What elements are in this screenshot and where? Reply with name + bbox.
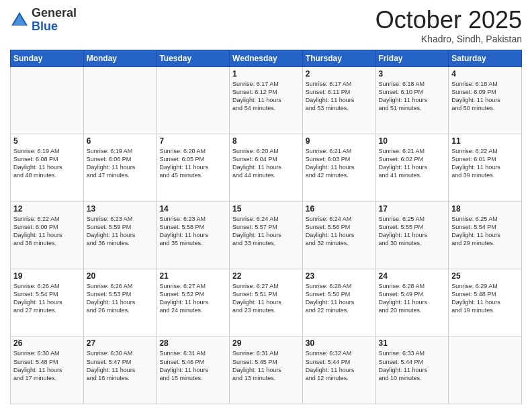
calendar-cell: 28Sunrise: 6:31 AM Sunset: 5:46 PM Dayli… — [157, 336, 230, 404]
day-info: Sunrise: 6:20 AM Sunset: 6:04 PM Dayligh… — [232, 147, 300, 180]
title-block: October 2025 Khadro, Sindh, Pakistan — [375, 7, 522, 44]
day-number: 16 — [306, 204, 373, 214]
day-number: 30 — [306, 338, 373, 348]
logo-blue: Blue — [32, 20, 77, 34]
day-info: Sunrise: 6:26 AM Sunset: 5:54 PM Dayligh… — [13, 282, 81, 315]
calendar-cell — [83, 66, 157, 134]
calendar-week-3: 12Sunrise: 6:22 AM Sunset: 6:00 PM Dayli… — [11, 201, 522, 269]
day-number: 11 — [451, 136, 519, 146]
calendar-cell: 15Sunrise: 6:24 AM Sunset: 5:57 PM Dayli… — [230, 201, 303, 269]
day-info: Sunrise: 6:23 AM Sunset: 5:59 PM Dayligh… — [87, 215, 154, 248]
calendar-week-1: 1Sunrise: 6:17 AM Sunset: 6:12 PM Daylig… — [11, 66, 522, 134]
calendar-cell: 26Sunrise: 6:30 AM Sunset: 5:48 PM Dayli… — [11, 336, 84, 404]
calendar-cell: 14Sunrise: 6:23 AM Sunset: 5:58 PM Dayli… — [157, 201, 230, 269]
calendar-cell: 18Sunrise: 6:25 AM Sunset: 5:54 PM Dayli… — [449, 201, 522, 269]
day-info: Sunrise: 6:31 AM Sunset: 5:45 PM Dayligh… — [232, 349, 300, 382]
weekday-header-row: SundayMondayTuesdayWednesdayThursdayFrid… — [11, 50, 522, 66]
day-number: 24 — [379, 271, 446, 281]
weekday-sunday: Sunday — [11, 50, 84, 66]
day-number: 1 — [232, 69, 300, 79]
day-info: Sunrise: 6:31 AM Sunset: 5:46 PM Dayligh… — [159, 349, 226, 382]
day-info: Sunrise: 6:21 AM Sunset: 6:03 PM Dayligh… — [306, 147, 373, 180]
day-info: Sunrise: 6:22 AM Sunset: 6:01 PM Dayligh… — [451, 147, 519, 180]
day-number: 14 — [159, 204, 226, 214]
header: General Blue October 2025 Khadro, Sindh,… — [10, 7, 522, 44]
day-number: 18 — [451, 204, 519, 214]
weekday-thursday: Thursday — [302, 50, 375, 66]
calendar-cell: 5Sunrise: 6:19 AM Sunset: 6:08 PM Daylig… — [11, 134, 84, 201]
calendar-cell: 31Sunrise: 6:33 AM Sunset: 5:44 PM Dayli… — [375, 336, 449, 404]
day-info: Sunrise: 6:21 AM Sunset: 6:02 PM Dayligh… — [379, 147, 446, 180]
day-number: 10 — [379, 136, 446, 146]
calendar-body: 1Sunrise: 6:17 AM Sunset: 6:12 PM Daylig… — [11, 66, 522, 404]
calendar-cell: 24Sunrise: 6:28 AM Sunset: 5:49 PM Dayli… — [375, 269, 449, 336]
day-number: 8 — [232, 136, 300, 146]
day-info: Sunrise: 6:33 AM Sunset: 5:44 PM Dayligh… — [379, 349, 446, 382]
day-number: 12 — [13, 204, 81, 214]
calendar-cell: 9Sunrise: 6:21 AM Sunset: 6:03 PM Daylig… — [302, 134, 375, 201]
page: General Blue October 2025 Khadro, Sindh,… — [0, 0, 532, 411]
day-number: 26 — [13, 338, 81, 348]
day-number: 31 — [379, 338, 446, 348]
day-info: Sunrise: 6:17 AM Sunset: 6:11 PM Dayligh… — [306, 80, 373, 113]
calendar-cell: 10Sunrise: 6:21 AM Sunset: 6:02 PM Dayli… — [375, 134, 449, 201]
day-info: Sunrise: 6:28 AM Sunset: 5:50 PM Dayligh… — [306, 282, 373, 315]
day-number: 25 — [451, 271, 519, 281]
day-info: Sunrise: 6:24 AM Sunset: 5:56 PM Dayligh… — [306, 215, 373, 248]
calendar-cell: 13Sunrise: 6:23 AM Sunset: 5:59 PM Dayli… — [83, 201, 157, 269]
calendar-cell: 19Sunrise: 6:26 AM Sunset: 5:54 PM Dayli… — [11, 269, 84, 336]
calendar-cell: 11Sunrise: 6:22 AM Sunset: 6:01 PM Dayli… — [449, 134, 522, 201]
day-info: Sunrise: 6:27 AM Sunset: 5:51 PM Dayligh… — [232, 282, 300, 315]
calendar-cell: 4Sunrise: 6:18 AM Sunset: 6:09 PM Daylig… — [449, 66, 522, 134]
day-info: Sunrise: 6:25 AM Sunset: 5:54 PM Dayligh… — [451, 215, 519, 248]
logo-general: General — [32, 7, 77, 20]
day-info: Sunrise: 6:18 AM Sunset: 6:09 PM Dayligh… — [451, 80, 519, 113]
day-number: 23 — [306, 271, 373, 281]
calendar-cell: 22Sunrise: 6:27 AM Sunset: 5:51 PM Dayli… — [230, 269, 303, 336]
calendar-cell: 8Sunrise: 6:20 AM Sunset: 6:04 PM Daylig… — [230, 134, 303, 201]
day-number: 4 — [451, 69, 519, 79]
day-info: Sunrise: 6:23 AM Sunset: 5:58 PM Dayligh… — [159, 215, 226, 248]
weekday-friday: Friday — [375, 50, 449, 66]
day-number: 3 — [379, 69, 446, 79]
calendar-cell: 7Sunrise: 6:20 AM Sunset: 6:05 PM Daylig… — [157, 134, 230, 201]
calendar-week-2: 5Sunrise: 6:19 AM Sunset: 6:08 PM Daylig… — [11, 134, 522, 201]
calendar-cell: 23Sunrise: 6:28 AM Sunset: 5:50 PM Dayli… — [302, 269, 375, 336]
day-info: Sunrise: 6:27 AM Sunset: 5:52 PM Dayligh… — [159, 282, 226, 315]
calendar-cell: 25Sunrise: 6:29 AM Sunset: 5:48 PM Dayli… — [449, 269, 522, 336]
calendar-cell: 20Sunrise: 6:26 AM Sunset: 5:53 PM Dayli… — [83, 269, 157, 336]
calendar-cell: 17Sunrise: 6:25 AM Sunset: 5:55 PM Dayli… — [375, 201, 449, 269]
logo-icon — [10, 11, 29, 30]
day-info: Sunrise: 6:22 AM Sunset: 6:00 PM Dayligh… — [13, 215, 81, 248]
day-number: 15 — [232, 204, 300, 214]
day-info: Sunrise: 6:25 AM Sunset: 5:55 PM Dayligh… — [379, 215, 446, 248]
weekday-monday: Monday — [83, 50, 157, 66]
day-number: 13 — [87, 204, 154, 214]
day-number: 20 — [87, 271, 154, 281]
day-number: 27 — [87, 338, 154, 348]
calendar-cell: 3Sunrise: 6:18 AM Sunset: 6:10 PM Daylig… — [375, 66, 449, 134]
day-info: Sunrise: 6:28 AM Sunset: 5:49 PM Dayligh… — [379, 282, 446, 315]
day-info: Sunrise: 6:30 AM Sunset: 5:47 PM Dayligh… — [87, 349, 154, 382]
calendar-table: SundayMondayTuesdayWednesdayThursdayFrid… — [10, 50, 522, 404]
calendar-cell: 16Sunrise: 6:24 AM Sunset: 5:56 PM Dayli… — [302, 201, 375, 269]
weekday-wednesday: Wednesday — [230, 50, 303, 66]
day-info: Sunrise: 6:18 AM Sunset: 6:10 PM Dayligh… — [379, 80, 446, 113]
day-number: 19 — [13, 271, 81, 281]
logo-text: General Blue — [32, 7, 77, 34]
calendar-cell: 1Sunrise: 6:17 AM Sunset: 6:12 PM Daylig… — [230, 66, 303, 134]
logo: General Blue — [10, 7, 77, 34]
day-number: 9 — [306, 136, 373, 146]
day-number: 6 — [87, 136, 154, 146]
calendar-week-4: 19Sunrise: 6:26 AM Sunset: 5:54 PM Dayli… — [11, 269, 522, 336]
calendar-cell: 29Sunrise: 6:31 AM Sunset: 5:45 PM Dayli… — [230, 336, 303, 404]
day-number: 22 — [232, 271, 300, 281]
day-number: 2 — [306, 69, 373, 79]
calendar-cell — [157, 66, 230, 134]
month-title: October 2025 — [375, 7, 522, 34]
location: Khadro, Sindh, Pakistan — [375, 34, 522, 44]
day-info: Sunrise: 6:30 AM Sunset: 5:48 PM Dayligh… — [13, 349, 81, 382]
day-info: Sunrise: 6:29 AM Sunset: 5:48 PM Dayligh… — [451, 282, 519, 315]
calendar-cell: 27Sunrise: 6:30 AM Sunset: 5:47 PM Dayli… — [83, 336, 157, 404]
day-info: Sunrise: 6:32 AM Sunset: 5:44 PM Dayligh… — [306, 349, 373, 382]
